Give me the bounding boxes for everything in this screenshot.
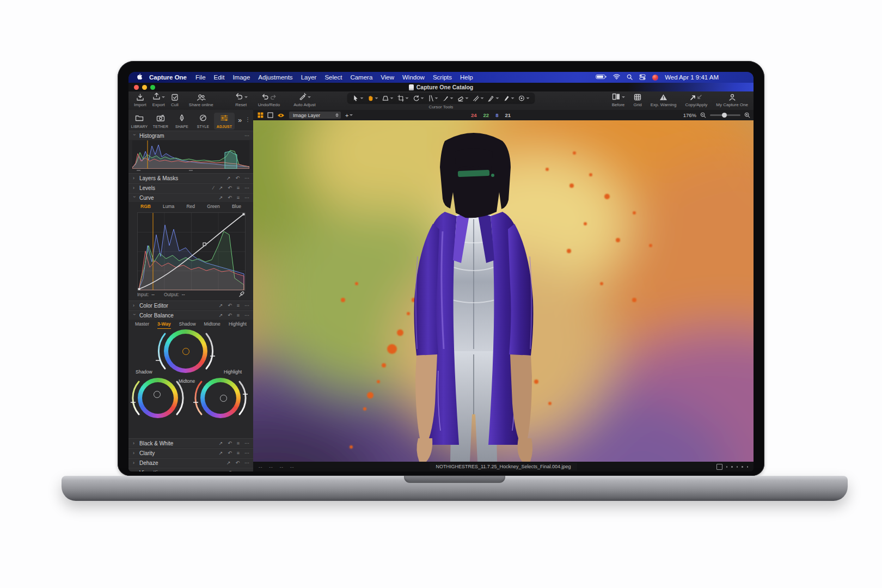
export-button[interactable]: Export xyxy=(152,93,165,107)
more-icon[interactable]: ⋯ xyxy=(244,175,249,181)
more-icon[interactable]: ⋯ xyxy=(244,303,249,308)
crop-tool[interactable] xyxy=(397,95,409,102)
reset-button[interactable]: Reset xyxy=(235,93,248,107)
apple-logo-icon[interactable] xyxy=(136,73,143,82)
cull-button[interactable]: Cull xyxy=(171,93,179,107)
midtone-wheel-marker[interactable] xyxy=(182,348,189,355)
photo-canvas[interactable] xyxy=(253,120,754,462)
panel-layers-masks-header[interactable]: › Layers & Masks ↗ ↶ ⋯ xyxy=(128,173,253,182)
erase-mask-tool[interactable] xyxy=(457,95,469,102)
reset-adjustments-icon[interactable]: ↶ xyxy=(235,175,240,181)
panel-dehaze-header[interactable]: › Dehaze ↗ ↶ ⋯ xyxy=(128,458,253,467)
grid-button[interactable]: Grid xyxy=(634,93,642,107)
more-icon[interactable]: ⋯ xyxy=(244,450,249,456)
share-online-button[interactable]: Share online xyxy=(189,93,213,107)
menu-help[interactable]: Help xyxy=(460,74,473,81)
cb-tab-3way[interactable]: 3-Way xyxy=(157,321,171,329)
presets-icon[interactable]: ≡ xyxy=(237,185,240,191)
thumbnail-grid-icon[interactable] xyxy=(258,111,264,120)
layer-selector[interactable]: Image Layer xyxy=(289,111,341,119)
marker-tool[interactable] xyxy=(503,95,514,102)
panel-clarity-header[interactable]: › Clarity ↗ ↶ ≡ ⋯ xyxy=(128,448,253,457)
curve-plot[interactable] xyxy=(137,212,246,291)
siri-orb-icon[interactable] xyxy=(652,75,658,81)
presets-icon[interactable]: ≡ xyxy=(237,303,240,308)
curve-tab-red[interactable]: Red xyxy=(186,204,195,211)
spotlight-search-icon[interactable] xyxy=(627,74,633,81)
pan-tool[interactable] xyxy=(367,95,378,102)
pen-tool[interactable] xyxy=(488,95,499,102)
cb-tab-midtone[interactable]: Midtone xyxy=(204,321,220,329)
menu-datetime[interactable]: Wed Apr 1 9:41 AM xyxy=(665,74,719,81)
heal-clone-tool[interactable] xyxy=(518,95,530,102)
more-icon[interactable]: ⋯ xyxy=(244,185,249,191)
menu-view[interactable]: View xyxy=(381,74,394,81)
menu-image[interactable]: Image xyxy=(232,74,250,81)
shadow-wheel-marker[interactable] xyxy=(154,391,161,398)
cb-tab-master[interactable]: Master xyxy=(135,321,149,329)
presets-icon[interactable]: ≡ xyxy=(237,195,240,200)
panel-curve-header[interactable]: › Curve ↗ ↶ ≡ ⋯ xyxy=(128,193,253,202)
copy-adjustments-icon[interactable]: ↗ xyxy=(226,175,231,181)
wifi-icon[interactable] xyxy=(613,74,620,81)
copy-adjustments-icon[interactable]: ↗ xyxy=(219,440,223,446)
curve-tab-luma[interactable]: Luma xyxy=(163,204,174,211)
presets-icon[interactable]: ≡ xyxy=(237,440,240,446)
dot-indicator[interactable] xyxy=(731,466,733,468)
shadow-color-wheel[interactable] xyxy=(138,378,178,418)
menu-camera[interactable]: Camera xyxy=(350,74,372,81)
copy-adjustments-icon[interactable]: ↗ xyxy=(219,450,223,456)
undo-redo-button[interactable]: Undo/Redo xyxy=(258,93,280,107)
menu-layer[interactable]: Layer xyxy=(301,74,317,81)
reset-adjustments-icon[interactable]: ↶ xyxy=(228,313,232,318)
tab-shape[interactable]: SHAPE xyxy=(171,113,192,130)
dot-indicator[interactable] xyxy=(737,466,738,468)
more-icon[interactable]: ⋯ xyxy=(244,133,249,138)
copy-adjustments-icon[interactable]: ↗ xyxy=(219,185,223,191)
tab-adjust[interactable]: ADJUST xyxy=(214,113,235,130)
reset-adjustments-icon[interactable]: ↶ xyxy=(235,460,240,465)
reset-adjustments-icon[interactable]: ↶ xyxy=(228,195,232,200)
curve-tab-blue[interactable]: Blue xyxy=(232,204,241,211)
more-tabs-icon[interactable]: » xyxy=(238,116,242,124)
copy-adjustments-icon[interactable]: ↗ xyxy=(219,303,223,308)
reset-adjustments-icon[interactable]: ↶ xyxy=(228,440,232,446)
tab-style[interactable]: STYLE xyxy=(193,113,213,130)
copy-adjustments-icon[interactable]: ↗ xyxy=(219,313,223,318)
curve-tab-rgb[interactable]: RGB xyxy=(140,204,151,211)
curve-picker-icon[interactable] xyxy=(238,290,244,299)
reset-adjustments-icon[interactable]: ↶ xyxy=(228,470,232,471)
more-icon[interactable]: ⋯ xyxy=(244,195,249,200)
menu-edit[interactable]: Edit xyxy=(214,74,225,81)
copy-apply-button[interactable]: Copy/Apply xyxy=(685,93,707,107)
menu-scripts[interactable]: Scripts xyxy=(433,74,452,81)
more-icon[interactable]: ⋯ xyxy=(244,470,249,471)
cb-tab-shadow[interactable]: Shadow xyxy=(179,321,196,329)
dot-indicator[interactable] xyxy=(747,466,749,468)
linear-gradient-tool[interactable] xyxy=(473,95,484,102)
presets-icon[interactable]: ≡ xyxy=(237,470,240,471)
exposure-warning-button[interactable]: Exp. Warning xyxy=(651,93,677,107)
zoom-out-icon[interactable] xyxy=(700,111,706,120)
auto-levels-icon[interactable]: ∕ xyxy=(213,185,214,191)
panel-color-editor-header[interactable]: › Color Editor ↗ ↶ ≡ ⋯ xyxy=(128,301,253,310)
menu-window[interactable]: Window xyxy=(402,74,425,81)
curve-tab-green[interactable]: Green xyxy=(207,204,220,211)
panel-histogram-header[interactable]: › Histogram ⋯ xyxy=(128,131,253,140)
tab-tether[interactable]: TETHER xyxy=(150,113,171,130)
highlight-wheel-marker[interactable] xyxy=(220,395,227,402)
dot-indicator[interactable] xyxy=(742,466,743,468)
zoom-level[interactable]: 176% xyxy=(683,112,696,118)
proof-eye-icon[interactable] xyxy=(277,111,285,120)
panel-vignetting-header[interactable]: › Vignetting ↗ ↶ ≡ ⋯ xyxy=(128,468,253,471)
auto-adjust-button[interactable]: Auto Adjust xyxy=(293,93,315,107)
keystone-tool[interactable] xyxy=(382,95,394,102)
zoom-in-icon[interactable] xyxy=(744,111,750,120)
menu-select[interactable]: Select xyxy=(324,74,342,81)
panel-levels-header[interactable]: › Levels ∕ ↗ ↶ ≡ ⋯ xyxy=(128,183,253,192)
add-layer-button[interactable]: + xyxy=(345,112,353,119)
straighten-tool[interactable] xyxy=(428,95,438,102)
more-icon[interactable]: ⋯ xyxy=(244,313,249,318)
menu-adjustments[interactable]: Adjustments xyxy=(258,74,292,81)
presets-icon[interactable]: ≡ xyxy=(237,313,240,318)
